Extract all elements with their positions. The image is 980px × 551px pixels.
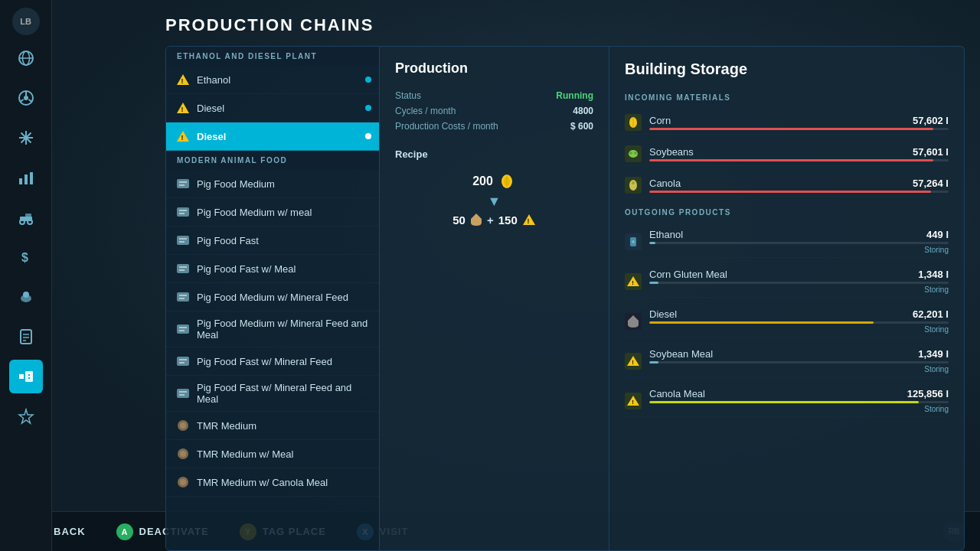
diesel-value: 62,201 l [913, 308, 949, 320]
chain-item-diesel-1[interactable]: ! Diesel [166, 94, 379, 122]
ui-root: LB [0, 0, 980, 551]
food-icon-6 [175, 321, 191, 337]
svg-rect-37 [177, 179, 189, 188]
chain-item-pig-food-fast[interactable]: Pig Food Fast [166, 227, 379, 255]
svg-text:!: ! [632, 359, 634, 366]
svg-rect-48 [179, 269, 185, 271]
chain-label-tmr1: TMR Medium [197, 420, 370, 432]
svg-point-80 [632, 240, 635, 243]
svg-rect-45 [179, 241, 185, 243]
production-stats: Status Running Cycles / month 4800 Produ… [395, 90, 593, 132]
svg-rect-41 [179, 210, 187, 211]
chain-item-pig-food-medium-mineral-meal[interactable]: Pig Food Medium w/ Mineral Feed and Meal [166, 311, 379, 347]
stat-value-costs: $ 600 [570, 121, 593, 132]
storage-item-canola: Canola 57,264 l [625, 174, 949, 197]
svg-rect-59 [179, 391, 187, 393]
ethanol-name-row: Ethanol 449 l [649, 229, 949, 240]
diesel-storage-icon [625, 313, 642, 330]
svg-point-64 [180, 451, 186, 457]
recipe-output: 50 + 150 ! [452, 213, 535, 227]
svg-rect-47 [179, 266, 187, 268]
corn-bar-container [649, 128, 949, 130]
sidebar-item-snowflake[interactable] [9, 121, 43, 155]
ethanol-bar [649, 242, 655, 244]
ethanol-storage-icon [625, 233, 642, 250]
svg-rect-27 [25, 371, 33, 382]
svg-rect-57 [179, 362, 185, 364]
chain-label-pig7: Pig Food Fast w/ Mineral Feed [197, 356, 370, 367]
diesel-info: Diesel 62,201 l Storing [649, 308, 949, 334]
soybean-meal-bar-container [649, 361, 949, 364]
storage-item-canola-meal: ! Canola Meal 125,856 l Storing [625, 385, 949, 417]
corn-storage-icon [625, 114, 642, 131]
corn-name: Corn [649, 115, 671, 126]
ethanol-bar-container [649, 242, 949, 244]
svg-point-17 [28, 220, 32, 224]
canola-meal-info: Canola Meal 125,856 l Storing [649, 388, 949, 413]
chain-item-pig-food-medium-mineral[interactable]: Pig Food Medium w/ Mineral Feed [166, 283, 379, 311]
tmr-icon-2 [175, 446, 191, 461]
diesel-status-row: Storing [649, 325, 949, 334]
chain-label-pig3: Pig Food Fast [197, 235, 370, 246]
recipe-plus-sign: + [487, 214, 494, 227]
canola-meal-storage-icon: ! [625, 393, 642, 409]
chain-item-pig-food-medium-meal[interactable]: Pig Food Medium w/ meal [166, 198, 379, 227]
soybean-name: Soybeans [649, 146, 694, 158]
canola-meal-name: Canola Meal [649, 388, 705, 399]
chain-item-ethanol[interactable]: ! Ethanol [166, 66, 379, 94]
sidebar-item-contracts[interactable] [9, 320, 43, 354]
sidebar-item-globe[interactable] [9, 41, 43, 75]
canola-meal-bar [649, 401, 919, 403]
chain-item-pig-food-medium[interactable]: Pig Food Medium [166, 170, 379, 198]
chain-panel: Ethanol and Diesel Plant ! Ethanol ! Die… [165, 46, 380, 551]
corn-gluten-name-row: Corn Gluten Meal 1,348 l [649, 269, 949, 280]
canola-name-row: Canola 57,264 l [649, 178, 949, 189]
chain-section-header-animal: Modern Animal Food [166, 151, 379, 170]
canola-meal-status-row: Storing [649, 405, 949, 413]
chain-dot-diesel2 [365, 133, 371, 139]
chain-item-pig-food-fast-mineral-meal[interactable]: Pig Food Fast w/ Mineral Feed and Meal [166, 376, 379, 412]
storage-item-corn: Corn 57,602 l [625, 111, 949, 135]
lb-button[interactable]: LB [12, 8, 40, 35]
svg-rect-49 [177, 292, 189, 302]
sidebar-item-dollar[interactable]: $ [9, 240, 43, 274]
chain-label-pig4: Pig Food Fast w/ Meal [197, 263, 370, 275]
soybean-meal-status-row: Storing [649, 365, 949, 373]
recipe-visual: 200 ▼ 50 [395, 172, 593, 227]
svg-text:!: ! [181, 77, 184, 85]
svg-text:!: ! [181, 106, 184, 113]
sidebar-item-missions[interactable] [9, 399, 43, 433]
chain-item-tmr-medium-meal[interactable]: TMR Medium w/ Meal [166, 440, 379, 468]
svg-rect-54 [179, 330, 185, 331]
soybean-info: Soybeans 57,601 l [649, 146, 949, 161]
svg-rect-44 [179, 238, 187, 240]
svg-rect-42 [179, 213, 185, 214]
ethanol-value: 449 l [926, 229, 949, 240]
chain-item-diesel-2[interactable]: ! Diesel [166, 122, 379, 151]
corn-info: Corn 57,602 l [649, 115, 949, 130]
svg-rect-46 [177, 264, 189, 273]
building-storage-title: Building Storage [625, 60, 949, 78]
sidebar-item-tractor[interactable] [9, 201, 43, 234]
sidebar: LB [0, 0, 52, 551]
stat-row-status: Status Running [395, 90, 593, 101]
chain-label-diesel2: Diesel [197, 131, 370, 142]
chain-item-tmr-medium-canola[interactable]: TMR Medium w/ Canola Meal [166, 468, 379, 497]
sidebar-item-production[interactable] [9, 360, 43, 393]
food-icon-4 [175, 261, 191, 276]
chain-item-tmr-medium[interactable]: TMR Medium [166, 412, 379, 440]
corn-value: 57,602 l [913, 115, 949, 126]
chain-item-pig-food-fast-meal[interactable]: Pig Food Fast w/ Meal [166, 255, 379, 283]
sidebar-item-chart[interactable] [9, 161, 43, 194]
storage-item-soybean-meal: ! Soybean Meal 1,349 l Storing [625, 345, 949, 377]
sidebar-item-steering[interactable] [9, 81, 43, 115]
warning-icon-ethanol: ! [175, 72, 191, 87]
chain-label-pig8: Pig Food Fast w/ Mineral Feed and Meal [197, 382, 370, 405]
outgoing-products-header: Outgoing Products [625, 205, 949, 218]
sidebar-item-animals[interactable] [9, 280, 43, 314]
canola-meal-value: 125,856 l [907, 388, 949, 399]
svg-point-62 [180, 422, 186, 429]
soybean-meal-status: Storing [924, 365, 949, 373]
svg-rect-38 [179, 181, 187, 183]
chain-item-pig-food-fast-mineral[interactable]: Pig Food Fast w/ Mineral Feed [166, 347, 379, 376]
